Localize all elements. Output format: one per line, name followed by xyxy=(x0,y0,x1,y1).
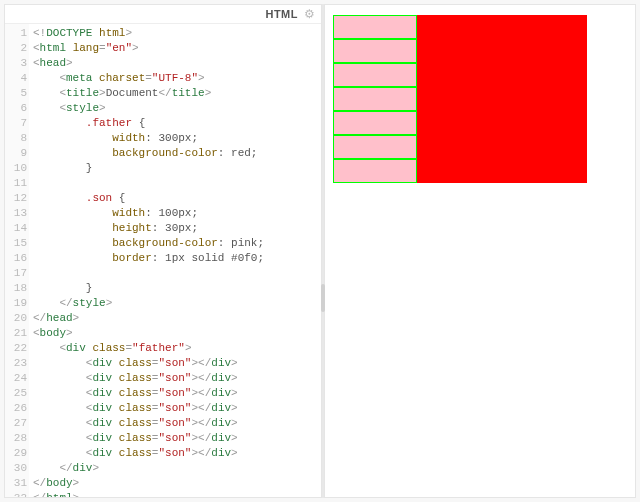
code-area[interactable]: 1234567891011121314151617181920212223242… xyxy=(5,24,321,497)
line-number: 15 xyxy=(5,236,27,251)
line-number: 10 xyxy=(5,161,27,176)
line-number: 26 xyxy=(5,401,27,416)
line-number-gutter: 1234567891011121314151617181920212223242… xyxy=(5,24,29,497)
preview-son-box xyxy=(333,15,417,39)
line-number: 14 xyxy=(5,221,27,236)
preview-son-box xyxy=(333,159,417,183)
code-line[interactable]: <div class="son"></div> xyxy=(33,371,321,386)
code-line[interactable]: <head> xyxy=(33,56,321,71)
preview-son-box xyxy=(333,87,417,111)
code-line[interactable]: height: 30px; xyxy=(33,221,321,236)
line-number: 2 xyxy=(5,41,27,56)
code-line[interactable]: <div class="son"></div> xyxy=(33,416,321,431)
line-number: 25 xyxy=(5,386,27,401)
code-line[interactable]: <body> xyxy=(33,326,321,341)
line-number: 21 xyxy=(5,326,27,341)
line-number: 5 xyxy=(5,86,27,101)
line-number: 9 xyxy=(5,146,27,161)
line-number: 27 xyxy=(5,416,27,431)
code-line[interactable]: background-color: red; xyxy=(33,146,321,161)
preview-son-box xyxy=(333,39,417,63)
code-line[interactable]: background-color: pink; xyxy=(33,236,321,251)
line-number: 17 xyxy=(5,266,27,281)
code-line[interactable]: <div class="son"></div> xyxy=(33,386,321,401)
line-number: 1 xyxy=(5,26,27,41)
line-number: 6 xyxy=(5,101,27,116)
code-line[interactable]: </body> xyxy=(33,476,321,491)
code-line[interactable]: <div class="son"></div> xyxy=(33,446,321,461)
line-number: 7 xyxy=(5,116,27,131)
line-number: 30 xyxy=(5,461,27,476)
code-line[interactable]: <html lang="en"> xyxy=(33,41,321,56)
preview-son-box xyxy=(333,63,417,87)
code-line[interactable]: <title>Document</title> xyxy=(33,86,321,101)
code-line[interactable]: <!DOCTYPE html> xyxy=(33,26,321,41)
code-line[interactable] xyxy=(33,176,321,191)
line-number: 28 xyxy=(5,431,27,446)
line-number: 8 xyxy=(5,131,27,146)
editor-pane: HTML ⚙ 123456789101112131415161718192021… xyxy=(4,4,322,498)
code-line[interactable]: </style> xyxy=(33,296,321,311)
code-line[interactable]: <div class="son"></div> xyxy=(33,356,321,371)
code-line[interactable]: } xyxy=(33,281,321,296)
code-line[interactable]: .son { xyxy=(33,191,321,206)
line-number: 16 xyxy=(5,251,27,266)
preview-pane xyxy=(324,4,636,498)
line-number: 12 xyxy=(5,191,27,206)
code-line[interactable]: </head> xyxy=(33,311,321,326)
line-number: 32 xyxy=(5,491,27,497)
code-line[interactable]: <div class="son"></div> xyxy=(33,401,321,416)
code-line[interactable]: </html> xyxy=(33,491,321,497)
line-number: 22 xyxy=(5,341,27,356)
line-number: 11 xyxy=(5,176,27,191)
code-line[interactable]: .father { xyxy=(33,116,321,131)
code-line[interactable]: <div class="son"></div> xyxy=(33,431,321,446)
app-root: HTML ⚙ 123456789101112131415161718192021… xyxy=(0,0,640,502)
editor-mode-label: HTML xyxy=(265,8,298,20)
line-number: 29 xyxy=(5,446,27,461)
code-line[interactable]: <style> xyxy=(33,101,321,116)
code-line[interactable]: border: 1px solid #0f0; xyxy=(33,251,321,266)
code-line[interactable]: } xyxy=(33,161,321,176)
line-number: 3 xyxy=(5,56,27,71)
gear-icon[interactable]: ⚙ xyxy=(304,7,315,21)
line-number: 31 xyxy=(5,476,27,491)
line-number: 23 xyxy=(5,356,27,371)
preview-father-box xyxy=(333,15,587,183)
line-number: 18 xyxy=(5,281,27,296)
code-line[interactable] xyxy=(33,266,321,281)
line-number: 13 xyxy=(5,206,27,221)
code-line[interactable]: width: 100px; xyxy=(33,206,321,221)
code-line[interactable]: width: 300px; xyxy=(33,131,321,146)
preview-son-box xyxy=(333,111,417,135)
code-line[interactable]: </div> xyxy=(33,461,321,476)
line-number: 24 xyxy=(5,371,27,386)
pane-divider[interactable] xyxy=(322,4,324,498)
line-number: 20 xyxy=(5,311,27,326)
code-line[interactable]: <meta charset="UTF-8"> xyxy=(33,71,321,86)
line-number: 19 xyxy=(5,296,27,311)
code-content[interactable]: <!DOCTYPE html><html lang="en"><head> <m… xyxy=(29,24,321,497)
drag-handle-icon[interactable] xyxy=(321,284,325,312)
preview-son-box xyxy=(333,135,417,159)
editor-header: HTML ⚙ xyxy=(5,5,321,24)
line-number: 4 xyxy=(5,71,27,86)
code-line[interactable]: <div class="father"> xyxy=(33,341,321,356)
